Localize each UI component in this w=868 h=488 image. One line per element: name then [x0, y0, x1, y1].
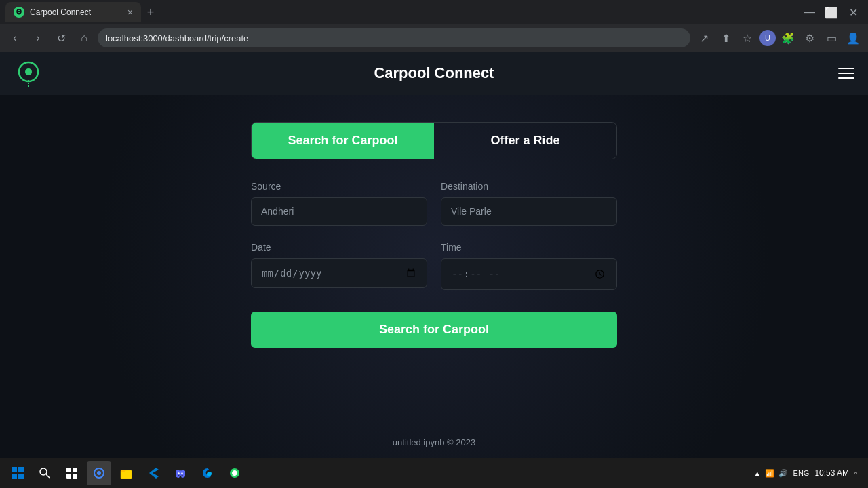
source-label: Source — [251, 181, 427, 192]
footer: untitled.ipynb © 2023 — [0, 426, 868, 458]
hamburger-line-3 — [838, 77, 854, 79]
date-input[interactable] — [251, 258, 427, 288]
svg-rect-12 — [66, 474, 71, 479]
bookmark-icon[interactable]: ☆ — [738, 28, 757, 47]
explorer-taskbar-icon[interactable] — [114, 461, 138, 485]
destination-input[interactable] — [441, 197, 617, 226]
trip-form: Source Destination Date Time Searc — [251, 181, 617, 348]
svg-point-8 — [40, 468, 47, 475]
destination-group: Destination — [441, 181, 617, 226]
address-bar-row: ‹ › ↺ ⌂ localhost:3000/dashboard/trip/cr… — [0, 24, 868, 52]
time-label: Time — [441, 242, 617, 253]
svg-rect-7 — [18, 474, 24, 479]
edge-taskbar-icon[interactable] — [195, 461, 220, 485]
minimize-button[interactable]: — — [800, 3, 819, 22]
external-link-icon[interactable]: ↗ — [694, 28, 713, 47]
tab-favicon — [14, 7, 24, 18]
app-title: Carpool Connect — [374, 64, 494, 82]
tab-bar: Carpool Connect × + — ⬜ ✕ — [0, 0, 868, 24]
hamburger-line-2 — [838, 73, 854, 74]
source-group: Source — [251, 181, 427, 226]
network-icon: 📶 — [765, 469, 774, 478]
source-destination-row: Source Destination — [251, 181, 617, 226]
share-icon[interactable]: ⬆ — [716, 28, 735, 47]
svg-rect-5 — [18, 467, 24, 472]
volume-icon: 🔊 — [778, 469, 788, 478]
time-group: Time — [441, 242, 617, 290]
svg-rect-4 — [12, 467, 17, 472]
logo — [14, 58, 43, 88]
system-tray: ▲ 📶 🔊 ENG 10:53 AM ▫ — [754, 468, 863, 478]
profile-icon[interactable]: U — [760, 30, 776, 46]
whatsapp-taskbar-icon[interactable] — [222, 461, 247, 485]
source-input[interactable] — [251, 197, 427, 226]
hamburger-menu[interactable] — [838, 68, 854, 79]
vscode-taskbar-icon[interactable] — [141, 461, 165, 485]
app-container: Carpool Connect Search for Carpool Offer… — [0, 52, 868, 458]
task-view-icon[interactable] — [60, 461, 84, 485]
svg-rect-10 — [66, 468, 71, 472]
search-carpool-tab[interactable]: Search for Carpool — [252, 123, 434, 159]
discord-taskbar-icon[interactable] — [168, 461, 193, 485]
new-tab-button[interactable]: + — [141, 3, 160, 22]
date-group: Date — [251, 242, 427, 290]
language-indicator: ENG — [793, 469, 810, 477]
address-input[interactable]: localhost:3000/dashboard/trip/create — [98, 28, 690, 47]
clock-time: 10:53 AM — [814, 468, 849, 478]
start-button[interactable] — [5, 461, 30, 485]
back-button[interactable]: ‹ — [5, 28, 24, 47]
svg-line-9 — [46, 474, 50, 478]
maximize-button[interactable]: ⬜ — [822, 3, 841, 22]
close-window-button[interactable]: ✕ — [844, 3, 863, 22]
svg-point-17 — [178, 472, 179, 474]
toggle-tabs: Search for Carpool Offer a Ride — [251, 122, 617, 159]
tray-icons: ▲ 📶 🔊 — [754, 469, 788, 478]
sidebar-icon[interactable]: ▭ — [822, 28, 841, 47]
chrome-taskbar-icon[interactable] — [87, 461, 111, 485]
svg-point-15 — [97, 471, 101, 475]
tab-title: Carpool Connect — [30, 7, 91, 17]
svg-point-18 — [181, 472, 182, 474]
svg-point-3 — [25, 68, 32, 75]
profile2-icon[interactable]: 👤 — [844, 28, 863, 47]
browser-toolbar: ↗ ⬆ ☆ U 🧩 ⚙ ▭ 👤 — [694, 28, 863, 47]
home-button[interactable]: ⌂ — [75, 28, 94, 47]
extensions-icon[interactable]: 🧩 — [778, 28, 797, 47]
settings-icon[interactable]: ⚙ — [800, 28, 819, 47]
search-carpool-button[interactable]: Search for Carpool — [251, 312, 617, 348]
main-content: Search for Carpool Offer a Ride Source D… — [0, 95, 868, 426]
reload-button[interactable]: ↺ — [52, 28, 71, 47]
browser-chrome: Carpool Connect × + — ⬜ ✕ ‹ › ↺ ⌂ localh… — [0, 0, 868, 52]
svg-rect-6 — [12, 474, 17, 479]
logo-icon — [14, 58, 43, 88]
date-time-row: Date Time — [251, 242, 617, 290]
search-taskbar-icon[interactable] — [33, 461, 57, 485]
top-nav: Carpool Connect — [0, 52, 868, 95]
time-input[interactable] — [441, 258, 617, 290]
hamburger-line-1 — [838, 68, 854, 69]
tray-arrow[interactable]: ▲ — [754, 470, 761, 477]
destination-label: Destination — [441, 181, 617, 192]
notification-icon[interactable]: ▫ — [854, 469, 857, 477]
clock: 10:53 AM — [814, 468, 849, 478]
taskbar: ▲ 📶 🔊 ENG 10:53 AM ▫ — [0, 458, 868, 488]
svg-rect-11 — [73, 468, 77, 472]
tab-close-button[interactable]: × — [127, 7, 133, 18]
date-label: Date — [251, 242, 427, 253]
active-tab[interactable]: Carpool Connect × — [5, 2, 141, 22]
forward-button[interactable]: › — [28, 28, 47, 47]
svg-point-1 — [18, 11, 20, 12]
svg-rect-13 — [73, 474, 77, 479]
offer-ride-tab[interactable]: Offer a Ride — [434, 123, 616, 159]
